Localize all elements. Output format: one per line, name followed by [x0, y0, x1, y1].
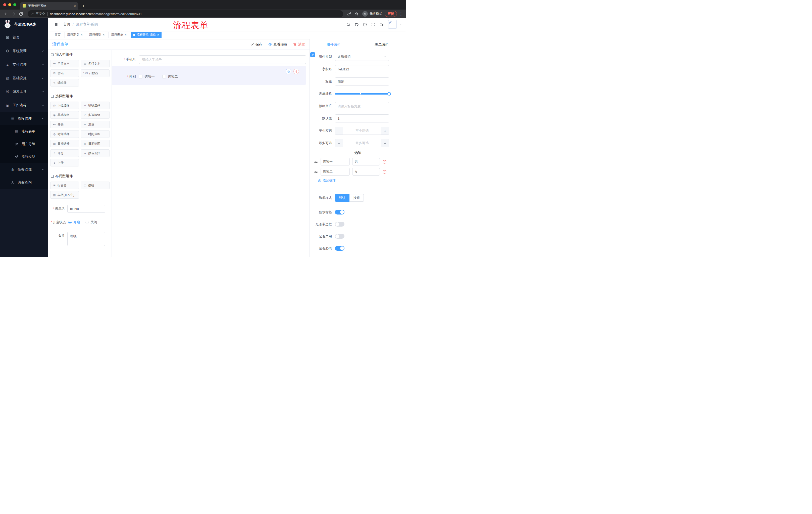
show-label-toggle[interactable] [335, 210, 344, 215]
slider-handle[interactable] [387, 92, 391, 96]
tag-process-form-edit[interactable]: 流程表单-编辑 × [130, 32, 162, 38]
label-width-input[interactable] [335, 102, 389, 110]
zoom-window-button[interactable] [13, 3, 16, 6]
copy-item-button[interactable] [286, 69, 291, 74]
sidebar-item-user-group[interactable]: 用户分组 [0, 138, 48, 151]
palette-item-time-range[interactable]: ◔时间范围 [81, 130, 110, 138]
component-type-select[interactable]: 多选框组 [335, 53, 389, 61]
app-logo[interactable]: 芋道管理系统 [0, 18, 48, 31]
view-json-button[interactable]: 查看json [268, 42, 287, 47]
password-key-icon[interactable] [346, 10, 352, 17]
sidebar-item-payment-management[interactable]: ¥ 支付管理 [0, 58, 48, 72]
sidebar-item-infrastructure[interactable]: ▧ 基础设施 [0, 72, 48, 85]
palette-item-cascader[interactable]: ⋔级联选择 [81, 102, 110, 109]
remove-option-button[interactable] [382, 160, 387, 164]
search-icon[interactable] [345, 21, 351, 28]
drag-handle-icon[interactable] [314, 170, 318, 174]
fullscreen-icon[interactable] [370, 21, 376, 28]
browser-update-button[interactable]: 更新 [385, 11, 397, 17]
tab-form-props[interactable]: 表单属性 [358, 39, 406, 50]
option-2-value-input[interactable] [352, 168, 380, 175]
gender-option-2-checkbox[interactable]: 选项二 [162, 75, 178, 79]
tag-process-model[interactable]: 流程模型 × [87, 32, 107, 38]
palette-item-slider[interactable]: ⊸滑块 [81, 121, 110, 128]
new-tab-button[interactable]: + [82, 3, 85, 8]
decrease-button[interactable]: − [335, 139, 343, 147]
sidebar-item-task-management[interactable]: ⋔ 任务管理 [0, 163, 48, 176]
tag-close-icon[interactable]: × [125, 33, 127, 36]
sidebar-item-process-model[interactable]: 流程模型 [0, 151, 48, 163]
toolbar-overflow-chevron-icon[interactable] [386, 17, 390, 20]
close-window-button[interactable] [3, 3, 6, 6]
sidebar-item-process-form[interactable]: ▤ 流程表单 [0, 125, 48, 138]
title-input[interactable] [335, 77, 389, 85]
sidebar-item-home[interactable]: ⊞ 首页 [0, 31, 48, 44]
user-menu-caret-icon[interactable] [399, 23, 402, 26]
palette-item-switch[interactable]: ⊷开关 [50, 121, 79, 128]
tab-component-props[interactable]: 组件属性 [310, 39, 358, 50]
tag-close-icon[interactable]: × [81, 33, 83, 36]
browser-menu-icon[interactable]: ⋮ [399, 11, 403, 16]
drag-handle-icon[interactable] [314, 160, 318, 164]
palette-item-date-picker[interactable]: ▦日期选择 [50, 140, 79, 147]
palette-item-rate[interactable]: ☆评分 [50, 150, 79, 157]
option-2-label-input[interactable] [321, 168, 350, 175]
sidebar-item-dev-tools[interactable]: ⚒ 研发工具 [0, 85, 48, 99]
palette-item-button[interactable]: ▢按钮 [81, 182, 110, 189]
form-canvas[interactable]: 手机号 性别 [112, 50, 310, 257]
tag-close-icon[interactable]: × [103, 33, 105, 36]
style-button-button[interactable]: 按钮 [349, 194, 364, 202]
palette-item-table[interactable]: ▦表格[开发中] [50, 191, 79, 199]
sidebar-item-process-management[interactable]: ≣ 流程管理 [0, 112, 48, 125]
hamburger-icon[interactable] [52, 21, 59, 28]
delete-item-button[interactable] [293, 69, 299, 74]
option-1-label-input[interactable] [321, 158, 350, 165]
remove-option-button[interactable] [382, 170, 387, 174]
increase-button[interactable]: + [381, 139, 389, 147]
doc-link-button[interactable] [310, 52, 315, 57]
status-off-radio[interactable]: 关闭 [85, 220, 97, 224]
clear-button[interactable]: 清空 [293, 42, 305, 47]
style-default-button[interactable]: 默认 [335, 194, 349, 202]
canvas-field-gender-selected[interactable]: 性别 选项一 选项二 [112, 66, 306, 85]
phone-field-input[interactable] [139, 55, 306, 64]
github-icon[interactable] [353, 21, 360, 28]
form-grid-slider[interactable] [335, 90, 389, 98]
form-name-input[interactable] [67, 205, 105, 213]
min-select-placeholder[interactable]: 至少应选 [343, 127, 381, 135]
palette-item-editor[interactable]: ✎编辑器 [50, 79, 79, 86]
address-bar[interactable]: 不安全 dashboard.yudao.iocoder.cn/bpm/manag… [28, 10, 343, 17]
status-on-radio[interactable]: 开启 [68, 220, 80, 224]
sidebar-item-system-management[interactable]: ⚙ 系统管理 [0, 44, 48, 58]
increase-button[interactable]: + [381, 127, 389, 135]
sidebar-item-leave-query[interactable]: 请假查询 [0, 176, 48, 189]
palette-item-time-picker[interactable]: ◷时间选择 [50, 130, 79, 138]
forward-button[interactable] [10, 10, 17, 17]
palette-item-row-container[interactable]: ⊞行容器 [50, 182, 79, 189]
palette-item-textarea[interactable]: ▤多行文本 [81, 60, 110, 67]
palette-item-date-range[interactable]: ▥日期范围 [81, 140, 110, 147]
reload-button[interactable] [18, 10, 24, 17]
disabled-toggle[interactable] [335, 234, 344, 239]
bookmark-star-icon[interactable] [353, 10, 360, 17]
minimize-window-button[interactable] [8, 3, 11, 6]
form-remark-textarea[interactable]: 嘿嘿 [67, 232, 105, 246]
tab-close-icon[interactable]: × [74, 4, 76, 8]
palette-item-upload[interactable]: ↥上传 [50, 159, 79, 166]
option-1-value-input[interactable] [352, 158, 380, 165]
palette-item-color-picker[interactable]: ◒颜色选择 [81, 150, 110, 157]
help-icon[interactable] [362, 21, 368, 28]
sidebar-item-workflow[interactable]: ▣ 工作流程 [0, 99, 48, 112]
font-size-icon[interactable] [378, 21, 385, 28]
tag-close-icon[interactable]: × [157, 33, 159, 36]
border-toggle[interactable] [335, 222, 344, 226]
palette-item-single-line-text[interactable]: ▭单行文本 [50, 60, 79, 67]
gender-option-1-checkbox[interactable]: 选项一 [139, 75, 155, 79]
palette-item-password[interactable]: ⊟密码 [50, 70, 79, 77]
tag-home[interactable]: 首页 [52, 32, 63, 38]
add-option-button[interactable]: 添加选项 [318, 179, 406, 183]
palette-item-select[interactable]: ◎下拉选择 [50, 102, 79, 109]
required-toggle[interactable] [335, 246, 344, 251]
breadcrumb-home[interactable]: 首页 [63, 22, 70, 27]
browser-tab[interactable]: 芋道管理系统 × [20, 2, 78, 9]
